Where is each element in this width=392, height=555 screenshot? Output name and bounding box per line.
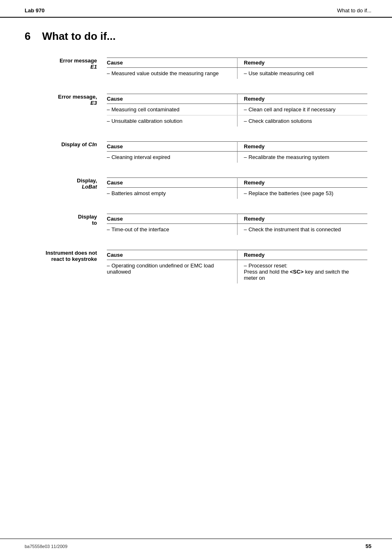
cause-remedy-table-lobat: Cause Remedy –Batteries almost empty –Re… bbox=[107, 177, 367, 199]
table-area-e1: Cause Remedy –Measured value outside the… bbox=[107, 58, 367, 79]
footer-right: 55 bbox=[366, 543, 371, 549]
cause-cell: –Batteries almost empty bbox=[107, 188, 237, 199]
th-cause-e1: Cause bbox=[107, 58, 237, 68]
chapter-title: What to do if... bbox=[42, 30, 115, 43]
remedy-cell: –Processor reset:Press and hold the <SC>… bbox=[237, 260, 367, 284]
th-remedy-cin: Remedy bbox=[237, 142, 367, 152]
section-e1: Error message E1 Cause Remedy –Measured … bbox=[25, 58, 367, 79]
page-footer: ba75558e03 11/2009 55 bbox=[0, 539, 392, 555]
remedy-cell: –Replace the batteries (see page 53) bbox=[237, 188, 367, 199]
remedy-cell: –Use suitable measuring cell bbox=[237, 68, 367, 79]
section-label-col-keystroke: Instrument does not react to keystroke bbox=[25, 250, 107, 283]
th-cause-keystroke: Cause bbox=[107, 250, 237, 260]
th-cause-cin: Cause bbox=[107, 142, 237, 152]
cause-cell: –Operating condition undefined or EMC lo… bbox=[107, 260, 237, 284]
cause-remedy-table-e3: Cause Remedy –Measuring cell contaminate… bbox=[107, 94, 367, 127]
section-cin: Display of CIn Cause Remedy –Cleaning in… bbox=[25, 141, 367, 163]
table-row: –Measured value outside the measuring ra… bbox=[107, 68, 367, 79]
section-label-col-to: Display to bbox=[25, 214, 107, 235]
cause-remedy-table-keystroke: Cause Remedy –Operating condition undefi… bbox=[107, 250, 367, 283]
label-lobat-line2: LoBat bbox=[25, 184, 97, 190]
section-label-col-e3: Error message, E3 bbox=[25, 94, 107, 127]
chapter-number: 6 bbox=[25, 30, 30, 43]
cause-cell: –Unsuitable calibration solution bbox=[107, 115, 237, 127]
table-row: –Batteries almost empty –Replace the bat… bbox=[107, 188, 367, 199]
table-row: –Cleaning interval expired –Recalibrate … bbox=[107, 152, 367, 163]
cause-cell: –Measured value outside the measuring ra… bbox=[107, 68, 237, 79]
cause-remedy-table-cin: Cause Remedy –Cleaning interval expired … bbox=[107, 141, 367, 163]
page-header: Lab 970 What to do if... bbox=[0, 0, 392, 18]
remedy-cell: –Check the instrument that is connected bbox=[237, 224, 367, 235]
label-to-line1: Display bbox=[25, 214, 97, 220]
label-e1-line2: E1 bbox=[25, 64, 97, 70]
cause-remedy-table-e1: Cause Remedy –Measured value outside the… bbox=[107, 58, 367, 79]
table-row: –Unsuitable calibration solution –Check … bbox=[107, 115, 367, 127]
product-label: Lab 970 bbox=[25, 7, 44, 14]
section-lobat: Display, LoBat Cause Remedy –Batteries a… bbox=[25, 177, 367, 199]
label-e3-line1: Error message, bbox=[25, 94, 97, 100]
label-lobat-line1: Display, bbox=[25, 177, 97, 184]
section-label: What to do if... bbox=[337, 7, 371, 14]
label-e3-line2: E3 bbox=[25, 100, 97, 106]
table-area-lobat: Cause Remedy –Batteries almost empty –Re… bbox=[107, 177, 367, 199]
section-to: Display to Cause Remedy –Time-out of the… bbox=[25, 214, 367, 235]
table-row: –Operating condition undefined or EMC lo… bbox=[107, 260, 367, 284]
remedy-cell: –Recalibrate the measuring system bbox=[237, 152, 367, 163]
chapter-heading: 6 What to do if... bbox=[25, 30, 367, 43]
footer-left: ba75558e03 11/2009 bbox=[25, 544, 67, 549]
cause-cell: –Cleaning interval expired bbox=[107, 152, 237, 163]
label-keystroke-line2: react to keystroke bbox=[25, 256, 97, 262]
section-label-col-lobat: Display, LoBat bbox=[25, 177, 107, 199]
cause-cell: –Measuring cell contaminated bbox=[107, 104, 237, 115]
th-cause-e3: Cause bbox=[107, 94, 237, 104]
label-e1-line1: Error message bbox=[25, 58, 97, 64]
th-remedy-to: Remedy bbox=[237, 214, 367, 224]
table-area-e3: Cause Remedy –Measuring cell contaminate… bbox=[107, 94, 367, 127]
table-area-to: Cause Remedy –Time-out of the interface … bbox=[107, 214, 367, 235]
section-keystroke: Instrument does not react to keystroke C… bbox=[25, 250, 367, 283]
section-label-col-cin: Display of CIn bbox=[25, 141, 107, 163]
remedy-cell: –Clean cell and replace it if necessary bbox=[237, 104, 367, 115]
page-content: 6 What to do if... Error message E1 Caus… bbox=[0, 30, 392, 315]
table-area-keystroke: Cause Remedy –Operating condition undefi… bbox=[107, 250, 367, 283]
th-cause-lobat: Cause bbox=[107, 178, 237, 188]
section-e3: Error message, E3 Cause Remedy –Measurin… bbox=[25, 94, 367, 127]
th-cause-to: Cause bbox=[107, 214, 237, 224]
table-row: –Measuring cell contaminated –Clean cell… bbox=[107, 104, 367, 115]
th-remedy-e1: Remedy bbox=[237, 58, 367, 68]
th-remedy-keystroke: Remedy bbox=[237, 250, 367, 260]
label-keystroke-line1: Instrument does not bbox=[25, 250, 97, 256]
cause-remedy-table-to: Cause Remedy –Time-out of the interface … bbox=[107, 214, 367, 235]
label-to-line2: to bbox=[25, 220, 97, 226]
table-area-cin: Cause Remedy –Cleaning interval expired … bbox=[107, 141, 367, 163]
cause-cell: –Time-out of the interface bbox=[107, 224, 237, 235]
th-remedy-lobat: Remedy bbox=[237, 178, 367, 188]
section-label-col-e1: Error message E1 bbox=[25, 58, 107, 79]
label-cin-line1: Display of CIn bbox=[25, 141, 97, 147]
remedy-cell: –Check calibration solutions bbox=[237, 115, 367, 127]
th-remedy-e3: Remedy bbox=[237, 94, 367, 104]
table-row: –Time-out of the interface –Check the in… bbox=[107, 224, 367, 235]
